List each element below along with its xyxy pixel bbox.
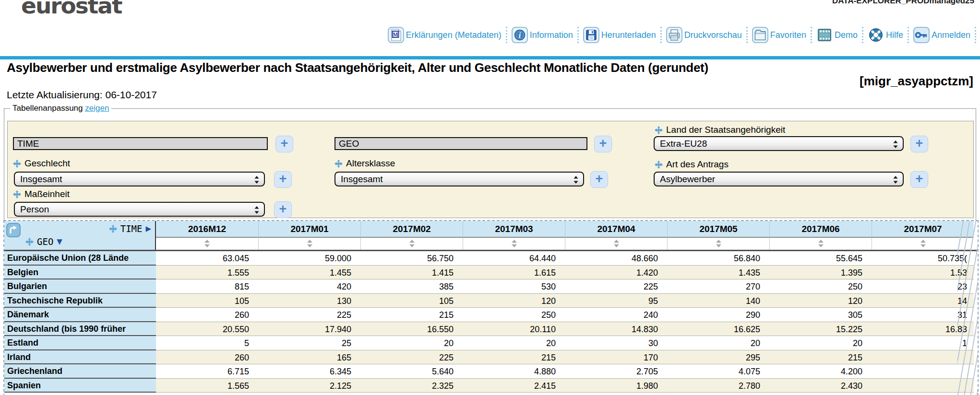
move-icon[interactable]: [109, 225, 117, 233]
toolbar-item-metadata[interactable]: MErklärungen (Metadaten): [383, 27, 507, 43]
move-icon[interactable]: [25, 238, 34, 246]
citizenship-label: Land der Staatsangehörigkeit: [655, 125, 785, 135]
data-cell: 120: [463, 294, 565, 308]
unit-select[interactable]: Person: [14, 202, 265, 217]
data-cell: 5.640: [360, 364, 463, 379]
toolbar-item-favorites[interactable]: Favoriten: [748, 27, 812, 43]
row-header: Europäische Union (28 Lände: [4, 251, 156, 266]
data-cell: 56.840: [667, 251, 769, 266]
application-type-select[interactable]: Asylbewerber: [654, 172, 904, 186]
svg-text:i: i: [518, 31, 521, 39]
last-update: Letzte Aktualisierung: 06-10-2017: [7, 89, 157, 101]
sort-control-2017M02[interactable]: [360, 238, 463, 250]
column-header-row: 2016M122017M012017M022017M032017M042017M…: [156, 221, 974, 238]
data-cell: 1.980: [565, 379, 667, 393]
toolbar-item-help[interactable]: Hilfe: [863, 27, 909, 43]
data-cell: 240: [565, 308, 667, 322]
select-arrows-icon: [893, 175, 898, 186]
data-cell: 6.715: [156, 364, 258, 379]
age-select[interactable]: Insgesamt: [335, 172, 584, 186]
toolbar-item-information[interactable]: iInformation: [507, 27, 579, 43]
geo-dimension-box[interactable]: GEO: [335, 137, 587, 150]
sort-control-2017M06[interactable]: [769, 238, 872, 250]
column-header-2017M05: 2017M05: [667, 221, 769, 238]
data-cell: 1.395: [769, 266, 872, 280]
table-row: Irland260165225215170295215: [4, 350, 978, 365]
table-row: Spanien1.5652.1252.3252.4151.9802.7802.4…: [4, 379, 978, 393]
toolbar-item-download[interactable]: Herunterladen: [579, 27, 662, 43]
add-age-button[interactable]: +: [590, 171, 608, 188]
fieldset-legend: Tabellenanpassung zeigen: [10, 104, 111, 113]
add-unit-button[interactable]: +: [274, 201, 292, 218]
column-header-2017M07: 2017M07: [872, 221, 974, 238]
data-cell: 250: [463, 308, 565, 322]
sort-control-2017M05[interactable]: [667, 238, 769, 250]
data-cell: 815: [156, 279, 258, 294]
data-cell: 20: [667, 336, 769, 350]
sex-select[interactable]: Insgesamt: [14, 172, 265, 186]
data-cell: 20: [360, 336, 463, 350]
data-cell: 1.53: [872, 266, 974, 280]
move-icon[interactable]: [335, 160, 343, 168]
column-header-2016M12: 2016M12: [156, 221, 258, 238]
table-row: Europäische Union (28 Lände63.04559.0005…: [4, 251, 978, 266]
page-title: Asylbewerber und erstmalige Asylbewerber…: [7, 60, 708, 75]
toolbar-item-demo[interactable]: Demo: [812, 27, 863, 43]
toolbar-item-login[interactable]: Anmelden: [909, 27, 976, 43]
move-icon[interactable]: [655, 161, 663, 169]
time-dimension-box[interactable]: TIME: [13, 137, 268, 150]
svg-text:M: M: [393, 31, 398, 38]
data-cell: 55.645: [769, 251, 872, 266]
table-row: Dänemark26022521525024029030531: [4, 308, 978, 322]
data-cell: 260: [156, 350, 258, 365]
data-cell: 215: [463, 350, 565, 365]
data-table: TIME ▶ GEO ▼ 2016M122017M012017M022017M0…: [3, 220, 979, 395]
data-cell: [872, 379, 974, 393]
geo-axis-header[interactable]: GEO ▼: [25, 236, 62, 247]
data-cell: 4.075: [667, 364, 769, 379]
data-explorer-page: { "header": { "brand": "eurostat", "envi…: [0, 0, 980, 395]
data-cell: 4.200: [769, 364, 872, 379]
table-row: Belgien1.5551.4551.4151.6151.4201.4351.3…: [4, 266, 978, 280]
column-header-2017M03: 2017M03: [463, 221, 565, 238]
sort-control-2017M07[interactable]: [872, 238, 974, 250]
favorites-icon: [752, 27, 768, 43]
data-cell: 420: [258, 279, 360, 294]
download-icon: [583, 27, 599, 43]
data-cell: 20: [769, 336, 872, 350]
toolbar-item-label: Anmelden: [932, 30, 970, 40]
add-geo-button[interactable]: +: [594, 136, 612, 152]
add-sex-button[interactable]: +: [274, 171, 292, 188]
table-body: Europäische Union (28 Lände63.04559.0005…: [4, 251, 978, 393]
add-citizenship-button[interactable]: +: [910, 136, 928, 152]
sort-control-2017M04[interactable]: [565, 238, 667, 250]
add-application-type-button[interactable]: +: [910, 171, 928, 188]
data-cell: 5: [156, 336, 258, 350]
time-axis-header[interactable]: TIME ▶: [109, 223, 151, 234]
sort-control-2017M01[interactable]: [258, 238, 360, 250]
move-icon[interactable]: [13, 190, 21, 198]
add-time-button[interactable]: +: [275, 136, 293, 152]
move-icon[interactable]: [655, 126, 663, 134]
data-cell: 15.225: [769, 322, 872, 337]
data-cell: 1.555: [156, 266, 258, 280]
eurostat-logo: eurostat: [21, 0, 121, 19]
data-cell: 25: [258, 336, 360, 350]
move-icon[interactable]: [13, 160, 21, 168]
data-cell: 225: [565, 279, 667, 294]
column-header-2017M02: 2017M02: [360, 221, 463, 238]
show-customization-link[interactable]: zeigen: [85, 104, 109, 113]
column-header-2017M01: 2017M01: [258, 221, 360, 238]
chevron-right-icon: ▶: [145, 224, 151, 233]
environment-label: DATA-EXPLORER_PRODmanaged25: [832, 0, 974, 6]
toolbar-item-print[interactable]: Druckvorschau: [662, 27, 748, 43]
sort-control-2017M03[interactable]: [463, 238, 565, 250]
sort-control-2016M12[interactable]: [156, 238, 258, 250]
table-row: Tschechische Republik1051301051209514012…: [4, 294, 978, 308]
toolbar-item-label: Erklärungen (Metadaten): [406, 30, 502, 40]
toolbar-item-label: Demo: [835, 30, 858, 40]
data-cell: 2.415: [463, 379, 565, 393]
pivot-icon[interactable]: [6, 223, 21, 237]
data-cell: 1.420: [565, 266, 667, 280]
citizenship-select[interactable]: Extra-EU28: [654, 136, 904, 151]
